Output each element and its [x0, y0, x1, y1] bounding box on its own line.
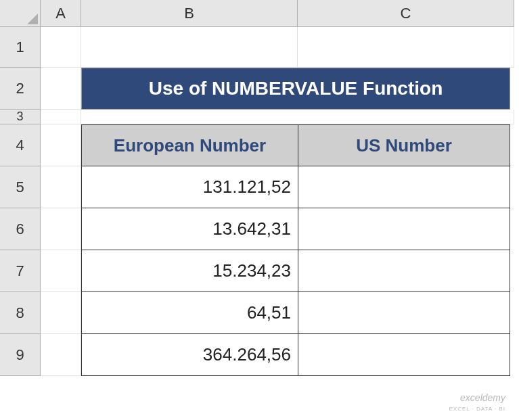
row-header-9[interactable]: 9 [0, 334, 41, 376]
table-header-us[interactable]: US Number [298, 124, 510, 166]
svg-marker-0 [27, 14, 38, 24]
select-all-corner[interactable] [0, 0, 41, 27]
cell-a8[interactable] [41, 292, 81, 334]
select-all-triangle-icon [27, 14, 38, 24]
column-header-a[interactable]: A [41, 0, 81, 27]
cell-b8[interactable]: 64,51 [81, 292, 298, 334]
watermark-subtext: EXCEL · DATA · BI [449, 406, 505, 412]
cell-a3[interactable] [41, 110, 81, 124]
cell-a7[interactable] [41, 250, 81, 292]
spreadsheet-grid: A B C 1 2 Use of NUMBERVALUE Function 3 … [0, 0, 519, 376]
cell-b9[interactable]: 364.264,56 [81, 334, 298, 376]
row-header-1[interactable]: 1 [0, 27, 41, 68]
cell-c8[interactable] [298, 292, 510, 334]
row-header-4[interactable]: 4 [0, 124, 41, 166]
cell-b7[interactable]: 15.234,23 [81, 250, 298, 292]
cell-b6[interactable]: 13.642,31 [81, 208, 298, 250]
table-header-european[interactable]: European Number [81, 124, 298, 166]
cell-a2[interactable] [41, 68, 81, 110]
cell-a4[interactable] [41, 124, 81, 166]
row-header-2[interactable]: 2 [0, 68, 41, 110]
column-header-c[interactable]: C [298, 0, 514, 27]
cell-b3-c3[interactable] [81, 110, 514, 124]
cell-c5[interactable] [298, 166, 510, 208]
cell-a9[interactable] [41, 334, 81, 376]
cell-c9[interactable] [298, 334, 510, 376]
row-header-5[interactable]: 5 [0, 166, 41, 208]
cell-c7[interactable] [298, 250, 510, 292]
cell-b5[interactable]: 131.121,52 [81, 166, 298, 208]
cell-c1[interactable] [298, 27, 514, 68]
cell-a6[interactable] [41, 208, 81, 250]
title-banner[interactable]: Use of NUMBERVALUE Function [81, 68, 510, 110]
row-header-8[interactable]: 8 [0, 292, 41, 334]
cell-a5[interactable] [41, 166, 81, 208]
cell-a1[interactable] [41, 27, 81, 68]
row-header-6[interactable]: 6 [0, 208, 41, 250]
cell-b1[interactable] [81, 27, 298, 68]
watermark-text: exceldemy [460, 392, 505, 403]
row-header-7[interactable]: 7 [0, 250, 41, 292]
watermark: exceldemy EXCEL · DATA · BI [449, 393, 505, 412]
row-header-3[interactable]: 3 [0, 110, 41, 124]
cell-c6[interactable] [298, 208, 510, 250]
column-header-b[interactable]: B [81, 0, 298, 27]
